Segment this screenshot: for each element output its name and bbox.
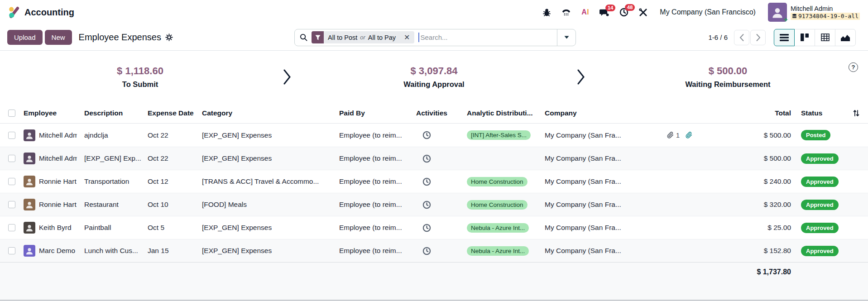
row-checkbox[interactable]: [8, 201, 15, 208]
session-id: 91734804-19-0-all: [791, 13, 860, 20]
schedule-activity-clock-icon[interactable]: [422, 224, 431, 232]
systray: AI 14 48 My Company (San Francisco): [542, 3, 860, 22]
schedule-activity-clock-icon[interactable]: [422, 154, 431, 163]
company-cell: My Company (San Fra...: [541, 154, 663, 162]
paid-by-cell: Employee (to reim...: [336, 131, 412, 139]
column-total[interactable]: Total: [703, 109, 795, 117]
company-cell: My Company (San Fra...: [541, 201, 663, 209]
tools-icon[interactable]: [639, 8, 647, 17]
graph-view-button[interactable]: [835, 29, 856, 46]
kpi-label: Waiting Approval: [294, 80, 574, 89]
column-activities[interactable]: Activities: [412, 109, 463, 117]
schedule-activity-clock-icon[interactable]: [422, 131, 431, 139]
activities-clock-icon[interactable]: 48: [619, 8, 628, 17]
table-header: Employee Description Expense Date Catego…: [0, 103, 868, 124]
company-switcher[interactable]: My Company (San Francisco): [660, 8, 756, 16]
text-cursor: [418, 33, 419, 42]
search-facet[interactable]: All to Post or All to Pay ✕: [312, 31, 414, 43]
status-badge: Approved: [801, 246, 839, 256]
row-checkbox[interactable]: [8, 247, 15, 254]
paid-by-cell: Employee (to reim...: [336, 177, 412, 186]
facet-or: or: [360, 34, 365, 41]
attachment-count[interactable]: 1: [667, 132, 680, 139]
page-title: Employee Expenses: [79, 32, 161, 43]
activities-badge: 48: [625, 4, 635, 11]
column-category[interactable]: Category: [198, 109, 336, 117]
help-icon[interactable]: ?: [849, 62, 858, 72]
pager[interactable]: 1-6 / 6: [708, 33, 728, 41]
kpi-waiting-reimbursement[interactable]: $ 500.00 Waiting Reimbursement: [588, 65, 868, 89]
column-employee[interactable]: Employee: [20, 109, 81, 117]
expense-date-cell: Jan 15: [144, 247, 198, 255]
pager-previous-button[interactable]: [734, 30, 749, 45]
row-checkbox[interactable]: [8, 178, 15, 185]
user-name: Mitchell Admin: [791, 5, 860, 13]
table-row[interactable]: Ronnie Hart Restaurant Oct 10 [FOOD] Mea…: [0, 193, 868, 216]
row-checkbox[interactable]: [8, 155, 15, 162]
table-row[interactable]: Mitchell Admin [EXP_GEN] Exp... Oct 22 […: [0, 147, 868, 170]
expense-date-cell: Oct 5: [144, 224, 198, 232]
description-cell: Restaurant: [81, 201, 144, 209]
paid-by-cell: Employee (to reim...: [336, 201, 412, 209]
table-row[interactable]: Keith Byrd Paintball Oct 5 [EXP_GEN] Exp…: [0, 216, 868, 239]
column-expense-date[interactable]: Expense Date: [144, 109, 198, 117]
kpi-waiting-approval[interactable]: $ 3,097.84 Waiting Approval: [294, 65, 574, 89]
chevron-right-icon: [574, 69, 588, 85]
upload-button[interactable]: Upload: [7, 30, 43, 45]
schedule-activity-clock-icon[interactable]: [422, 201, 431, 209]
schedule-activity-clock-icon[interactable]: [422, 177, 431, 186]
pager-next-button[interactable]: [750, 30, 766, 45]
column-paid-by[interactable]: Paid By: [336, 109, 412, 117]
attachment-action[interactable]: [686, 132, 692, 139]
company-cell: My Company (San Fra...: [541, 247, 663, 255]
table-row[interactable]: Mitchell Admin ajndclja Oct 22 [EXP_GEN]…: [0, 124, 868, 147]
kanban-icon: [801, 33, 809, 41]
select-all-checkbox[interactable]: [8, 110, 15, 117]
employee-avatar: [24, 245, 35, 257]
company-cell: My Company (San Fra...: [541, 224, 663, 232]
expense-date-cell: Oct 10: [144, 201, 198, 209]
toggle-columns-icon[interactable]: [853, 110, 860, 117]
column-analytic-distribution[interactable]: Analytic Distributi...: [463, 109, 541, 117]
column-description[interactable]: Description: [81, 109, 144, 117]
description-cell: Transportation: [81, 177, 144, 186]
analytic-tag: Nebula - Azure Int...: [467, 246, 529, 256]
debug-bug-icon[interactable]: [542, 8, 551, 17]
ai-icon[interactable]: AI: [581, 8, 589, 16]
kanban-view-button[interactable]: [794, 29, 815, 46]
voip-phone-icon[interactable]: [561, 8, 571, 17]
category-cell: [EXP_GEN] Expenses: [198, 224, 336, 232]
pivot-view-button[interactable]: [815, 29, 835, 46]
column-company[interactable]: Company: [541, 109, 663, 117]
column-status[interactable]: Status: [795, 109, 847, 117]
table-row[interactable]: Marc Demo Lunch with Cus... Jan 15 [EXP_…: [0, 239, 868, 262]
search-input[interactable]: Search...: [421, 33, 448, 41]
employee-avatar: [24, 153, 35, 164]
facet-remove-icon[interactable]: ✕: [400, 31, 414, 43]
kpi-to-submit[interactable]: $ 1,118.60 To Submit: [0, 65, 280, 89]
paid-by-cell: Employee (to reim...: [336, 154, 412, 162]
kpi-amount: $ 500.00: [588, 65, 868, 77]
schedule-activity-clock-icon[interactable]: [422, 247, 431, 255]
status-badge: Posted: [801, 130, 830, 140]
employee-name: Mitchell Admin: [39, 131, 77, 139]
row-checkbox[interactable]: [8, 224, 15, 231]
row-checkbox[interactable]: [8, 132, 15, 139]
chevron-right-icon: [756, 33, 761, 42]
paperclip-icon: [667, 132, 674, 139]
category-cell: [EXP_GEN] Expenses: [198, 131, 336, 139]
search-bar[interactable]: All to Post or All to Pay ✕ Search...: [294, 29, 576, 46]
table-row[interactable]: Ronnie Hart Transportation Oct 12 [TRANS…: [0, 170, 868, 193]
new-button[interactable]: New: [45, 30, 72, 45]
user-menu[interactable]: ✈ Mitchell Admin 91734804-19-0-all: [768, 3, 860, 22]
action-gear-icon[interactable]: [165, 33, 173, 41]
list-view-button[interactable]: [774, 29, 795, 46]
category-cell: [TRANS & ACC] Travel & Accommo...: [198, 177, 336, 186]
search-dropdown-toggle[interactable]: [557, 29, 575, 46]
status-badge: Approved: [801, 177, 839, 187]
status-badge: Approved: [801, 200, 839, 210]
kpi-amount: $ 3,097.84: [294, 65, 574, 77]
description-cell: ajndclja: [81, 131, 144, 139]
messages-icon[interactable]: 14: [599, 8, 609, 17]
app-switcher[interactable]: Accounting: [8, 6, 74, 18]
